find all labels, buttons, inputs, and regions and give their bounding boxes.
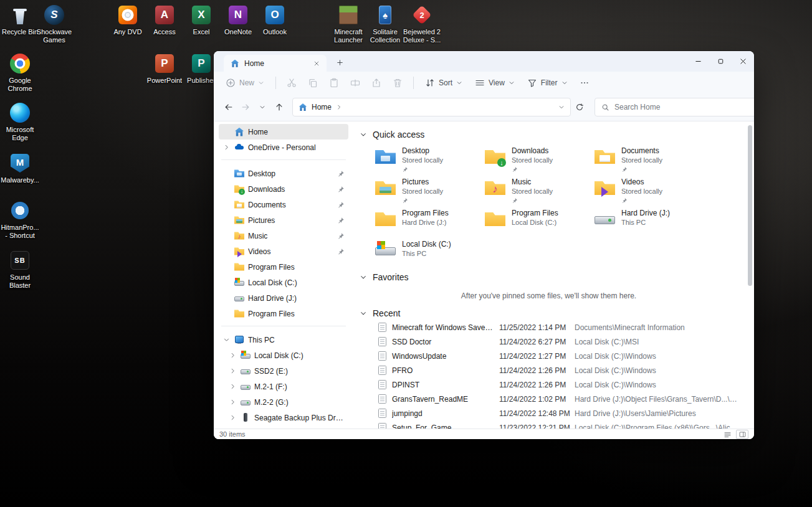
new-tab-button[interactable]	[332, 55, 348, 70]
close-button[interactable]	[732, 51, 754, 72]
sidebar-drive-item[interactable]: SSD2 (E:)	[219, 363, 348, 379]
quick-access-item[interactable]: Hard Drive (J:) This PC	[593, 207, 703, 237]
recent-file-name: SSD Doctor	[392, 338, 494, 346]
sidebar-drive-item[interactable]: M.2-2 (G:)	[219, 394, 348, 410]
sidebar-item[interactable]: Program Files	[219, 306, 348, 321]
quick-access-item[interactable]: Program Files Hard Drive (J:)	[374, 207, 484, 237]
expand-chevron-slot[interactable]	[229, 382, 237, 391]
quick-access-item[interactable]: Videos Stored locally	[593, 176, 703, 206]
recent-file-row[interactable]: SSD Doctor 11/24/2022 6:27 PM Local Disk…	[360, 334, 738, 349]
recent-file-row[interactable]: GransTavern_ReadME 11/24/2022 1:02 PM Ha…	[360, 392, 738, 406]
quick-access-item[interactable]: Pictures Stored locally	[374, 176, 484, 206]
recent-locations-button[interactable]	[254, 99, 270, 116]
sidebar-item[interactable]: OneDrive - Personal	[219, 140, 348, 155]
refresh-button[interactable]	[571, 99, 588, 116]
recent-file-row[interactable]: Minecraft for Windows Saved Worlds 11/25…	[360, 320, 738, 334]
back-button[interactable]	[220, 99, 237, 116]
sidebar-item[interactable]: Documents	[219, 197, 348, 212]
sidebar-drive-item[interactable]: Local Disk (C:)	[219, 348, 348, 363]
up-button[interactable]	[270, 99, 287, 116]
sidebar-drive-item[interactable]: M.2-1 (F:)	[219, 379, 348, 394]
recent-file-row[interactable]: WindowsUpdate 11/24/2022 1:27 PM Local D…	[360, 349, 738, 363]
desktop-icon[interactable]: Sound Blaster Command	[0, 249, 40, 290]
desktop-icon[interactable]: Access	[145, 4, 184, 36]
sidebar-item-this-pc[interactable]: This PC	[219, 332, 348, 348]
section-header-quick-access[interactable]: Quick access	[360, 128, 738, 141]
copy-button[interactable]	[303, 74, 323, 92]
desktop-icon[interactable]: Google Chrome	[0, 52, 40, 93]
desktop-icon[interactable]: Bejeweled 2 Deluxe - S...	[402, 4, 442, 44]
sidebar-item[interactable]: Home	[219, 124, 348, 140]
forward-button[interactable]	[237, 99, 254, 116]
quick-access-item-location: Stored locally	[621, 156, 662, 164]
desktop-icon[interactable]: Any DVD	[108, 4, 148, 36]
expand-chevron-slot[interactable]	[229, 414, 237, 422]
sidebar-drive-item[interactable]: Seagate Backup Plus Drive (H:)	[219, 410, 348, 425]
recent-file-row[interactable]: DPINST 11/24/2022 1:26 PM Local Disk (C:…	[360, 377, 738, 392]
desktop-app-icon	[9, 52, 31, 75]
quick-access-item[interactable]: Program Files Local Disk (C:)	[484, 207, 593, 237]
paste-button[interactable]	[324, 74, 344, 92]
recent-file-date: 11/23/2022 12:21 PM	[499, 424, 569, 429]
address-dropdown-icon[interactable]	[558, 104, 565, 110]
sidebar-item[interactable]: Downloads	[219, 181, 348, 197]
expand-chevron-slot	[222, 310, 231, 318]
sort-button[interactable]: Sort	[419, 75, 468, 91]
delete-button[interactable]	[388, 74, 408, 92]
scrollbar-thumb[interactable]	[748, 125, 752, 286]
desktop-icon[interactable]: Shockwave Games	[34, 4, 74, 44]
quick-access-item[interactable]: Downloads Stored locally	[484, 145, 593, 174]
sidebar-item[interactable]: Videos	[219, 244, 348, 259]
view-button[interactable]: View	[469, 75, 520, 91]
new-button[interactable]: New	[220, 75, 270, 91]
desktop-icon[interactable]: HitmanPro... - Shortcut	[0, 199, 40, 240]
sidebar-item[interactable]: Hard Drive (J:)	[219, 290, 348, 306]
quick-access-item[interactable]: Documents Stored locally	[593, 145, 703, 174]
recent-file-row[interactable]: PFRO 11/24/2022 1:26 PM Local Disk (C:)\…	[360, 363, 738, 377]
desktop-icon[interactable]: Microsoft Edge	[0, 102, 40, 142]
section-header-recent[interactable]: Recent	[360, 306, 738, 320]
share-button[interactable]	[366, 74, 386, 92]
quick-access-item[interactable]: Desktop Stored locally	[374, 145, 484, 174]
desktop-icon[interactable]: Solitaire Collection	[365, 4, 405, 44]
recent-file-row[interactable]: jumpingd 11/24/2022 12:48 PM Hard Drive …	[360, 406, 738, 420]
quick-access-item[interactable]: Music Stored locally	[484, 176, 593, 206]
rename-button[interactable]	[345, 74, 365, 92]
tab-home[interactable]: Home	[224, 55, 327, 72]
search-input[interactable]	[614, 103, 753, 111]
breadcrumb-home[interactable]: Home	[312, 103, 332, 111]
sidebar-item[interactable]: Program Files	[219, 259, 348, 275]
expand-chevron-slot[interactable]	[229, 351, 237, 359]
desktop-icon[interactable]: OneNote	[218, 4, 258, 36]
maximize-button[interactable]	[709, 51, 732, 72]
pin-icon	[402, 197, 408, 204]
list-view-toggle[interactable]	[721, 430, 733, 439]
quick-access-item[interactable]: Local Disk (C:) This PC	[374, 239, 484, 268]
desktop-icon[interactable]: PowerPoint	[145, 52, 184, 85]
expand-chevron-slot[interactable]	[229, 398, 237, 406]
tab-close-icon[interactable]	[311, 58, 322, 69]
sidebar-item[interactable]: Pictures	[219, 212, 348, 228]
expand-chevron-slot[interactable]	[229, 367, 237, 375]
cut-button[interactable]	[282, 74, 302, 92]
recent-file-row[interactable]: Setup_For_Game 11/23/2022 12:21 PM Local…	[360, 420, 738, 429]
desktop-icon[interactable]: Malwareby...	[0, 152, 40, 184]
desktop-icon[interactable]: Excel	[181, 4, 221, 36]
expand-chevron-slot[interactable]	[222, 336, 231, 344]
minimize-button[interactable]	[687, 51, 709, 72]
filter-button[interactable]: Filter	[522, 75, 573, 91]
search-box[interactable]	[595, 98, 754, 116]
desktop-app-icon	[153, 4, 176, 26]
scrollbar[interactable]	[748, 124, 753, 426]
desktop-icon-label: Shockwave Games	[34, 28, 74, 44]
desktop-icon[interactable]: Minecraft Launcher	[328, 4, 368, 44]
sidebar-item[interactable]: Desktop	[219, 166, 348, 181]
section-header-favorites[interactable]: Favorites	[360, 270, 738, 284]
sidebar-item[interactable]: Local Disk (C:)	[219, 275, 348, 290]
more-options-button[interactable]	[575, 74, 595, 92]
drive-icon	[241, 382, 251, 392]
sidebar-item[interactable]: Music	[219, 228, 348, 244]
desktop-icon[interactable]: Outlook	[255, 4, 295, 36]
details-pane-toggle[interactable]	[736, 430, 748, 439]
address-bar[interactable]: Home	[292, 98, 571, 116]
